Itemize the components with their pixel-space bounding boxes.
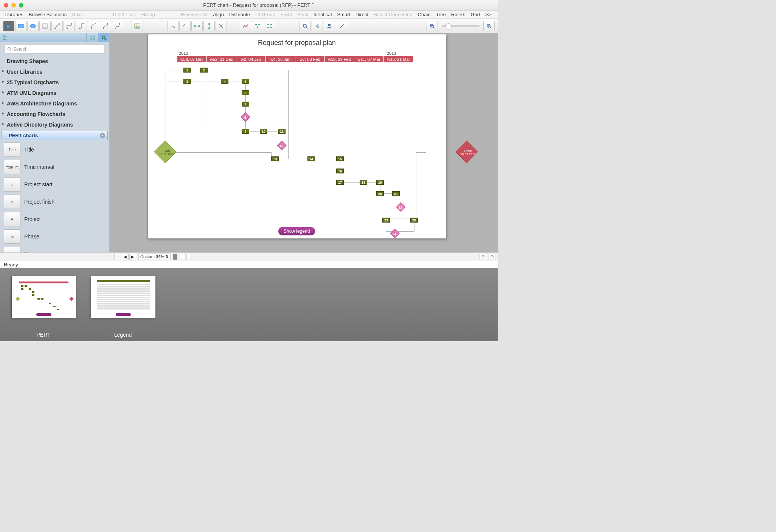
task-node[interactable]: 6 [242, 90, 249, 95]
tool-connector-1[interactable] [51, 21, 63, 31]
menu-select-connected[interactable]: Select Connected [374, 12, 413, 17]
task-node[interactable]: 13 [271, 156, 279, 161]
tool-zoom[interactable] [300, 21, 311, 31]
task-node[interactable]: 25 [410, 218, 418, 223]
sidebar-category[interactable]: 25 Typical Orgcharts [0, 77, 109, 88]
sidebar-category[interactable]: Drawing Shapes [0, 56, 109, 66]
shape-item[interactable]: TitleTitle [0, 141, 109, 158]
page-nav-next[interactable]: ▶ [129, 254, 136, 260]
tool-connector-3[interactable] [76, 21, 87, 31]
shape-item[interactable]: ◇Project start [0, 176, 109, 193]
task-node[interactable]: 1 [183, 68, 191, 73]
tool-layout-3[interactable] [264, 21, 275, 31]
sidebar-filter-input[interactable] [11, 33, 87, 42]
menu-save[interactable]: Save... [72, 12, 87, 17]
tool-link-3[interactable] [216, 21, 227, 31]
sidebar-category[interactable]: Active Directory Diagrams [0, 119, 109, 130]
zoom-in-button[interactable] [483, 21, 495, 31]
tool-link-2[interactable] [203, 21, 215, 31]
menu-tree[interactable]: Tree [436, 12, 446, 17]
menu-browse-solutions[interactable]: Browse Solutions [29, 12, 67, 17]
tool-connector-4[interactable] [88, 21, 99, 31]
menu-ungroup[interactable]: UnGroup [255, 12, 275, 17]
sidebar-category[interactable]: ATM UML Diagrams [0, 88, 109, 98]
zoom-slider[interactable] [442, 25, 480, 27]
tool-pointer[interactable] [3, 21, 14, 31]
page-nav-pause[interactable]: ⏸ [114, 254, 121, 260]
task-node[interactable]: 4 [221, 79, 228, 84]
menu-align[interactable]: Align [213, 12, 224, 17]
tool-connector-6[interactable] [112, 21, 123, 31]
sidebar-category[interactable]: User Libraries [0, 66, 109, 77]
tool-arc-1[interactable] [167, 21, 178, 31]
thumbnail-legend[interactable]: Legend [91, 276, 155, 341]
menu-identical[interactable]: Identical [314, 12, 332, 17]
panel-toggle-2[interactable]: ⊟ [489, 254, 495, 260]
tool-rectangle[interactable] [15, 21, 26, 31]
panel-toggle-1[interactable]: ⊞ [480, 254, 486, 260]
tool-text[interactable] [39, 21, 51, 31]
task-node[interactable]: 10 [260, 129, 267, 134]
tool-insert-image[interactable] [132, 21, 143, 31]
task-node[interactable]: 18 [360, 180, 367, 185]
zoom-out-button[interactable] [427, 21, 438, 31]
menu-distribute[interactable]: Distribute [229, 12, 250, 17]
task-node[interactable]: 5 [242, 79, 249, 84]
search-input[interactable]: Search [5, 45, 105, 54]
task-node[interactable]: 23 [382, 218, 390, 223]
task-node[interactable]: 14 [307, 156, 315, 161]
sidebar-category-pert[interactable]: PERT charts × [2, 131, 108, 140]
menu-front[interactable]: Front [281, 12, 292, 17]
zoom-select[interactable]: Custom 34% ⇅ [138, 254, 171, 260]
task-node[interactable]: 19 [376, 180, 384, 185]
start-node[interactable]: Start12.12.2012 [154, 141, 176, 163]
task-node[interactable]: 20 [376, 191, 384, 196]
task-node[interactable]: 2 [200, 68, 208, 73]
sidebar-tab-tree[interactable] [0, 33, 11, 42]
task-node[interactable]: 15 [336, 156, 344, 161]
view-toggle-2[interactable] [180, 254, 184, 260]
menu-back[interactable]: Back [297, 12, 308, 17]
view-toggle-3[interactable] [186, 254, 191, 260]
menu-chain[interactable]: Chain [418, 12, 431, 17]
task-node[interactable]: 11 [278, 129, 286, 134]
tool-connector-5[interactable] [100, 21, 111, 31]
task-node[interactable]: 21 [392, 191, 400, 196]
tool-layout-2[interactable] [252, 21, 263, 31]
milestone-node[interactable]: 8 [241, 112, 250, 122]
milestone-node[interactable]: 24 [390, 229, 399, 238]
close-category-icon[interactable]: × [100, 133, 105, 138]
tool-connector-2[interactable] [64, 21, 75, 31]
view-toggle-1[interactable] [173, 254, 177, 260]
tool-pan[interactable] [312, 21, 323, 31]
menu-delete-link[interactable]: Delete link [113, 12, 136, 17]
sidebar-tab-search[interactable] [98, 33, 109, 42]
shape-item[interactable]: AProject [0, 210, 109, 228]
tool-arc-2[interactable] [179, 21, 191, 31]
task-node[interactable]: 16 [336, 169, 344, 173]
maximize-button[interactable] [19, 3, 23, 8]
menu-reverse-link[interactable]: Reverse link [181, 12, 208, 17]
close-button[interactable] [4, 3, 8, 8]
tool-eyedropper[interactable] [336, 21, 347, 31]
minimize-button[interactable] [11, 3, 16, 8]
shape-item[interactable]: 1Task [0, 245, 109, 252]
page[interactable]: Request for proposal plan 2012 2013 w50,… [147, 34, 446, 239]
menu-rulers[interactable]: Rulers [451, 12, 466, 17]
tool-ellipse[interactable] [27, 21, 39, 31]
menu-group[interactable]: Group [141, 12, 155, 17]
show-legend-button[interactable]: Show legend [278, 227, 315, 235]
menu-direct[interactable]: Direct [355, 12, 368, 17]
task-node[interactable]: 3 [183, 79, 191, 84]
milestone-node[interactable]: 12 [277, 141, 286, 150]
shape-item[interactable]: ▭Phase [0, 228, 109, 245]
milestone-node[interactable]: 22 [396, 202, 405, 212]
sidebar-category[interactable]: AWS Architecture Diagrams [0, 98, 109, 109]
menu-libraries[interactable]: Libraries [5, 12, 23, 17]
page-nav-prev[interactable]: ◀ [122, 254, 129, 260]
sidebar-tab-grid[interactable] [87, 33, 98, 42]
menu-grid[interactable]: Grid [470, 12, 480, 17]
task-node[interactable]: 7 [242, 102, 249, 107]
sidebar-category[interactable]: Accounting Flowcharts [0, 109, 109, 119]
canvas[interactable]: Request for proposal plan 2012 2013 w50,… [110, 33, 498, 252]
